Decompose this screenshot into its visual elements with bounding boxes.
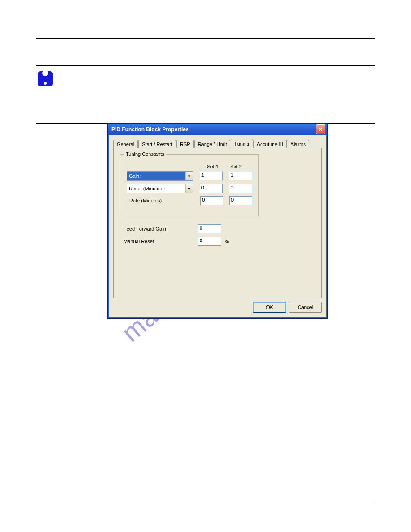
manual-reset-label: Manual Reset <box>120 239 198 244</box>
cancel-button[interactable]: Cancel <box>289 302 322 313</box>
column-headers: Set 1 Set 2 <box>201 164 252 169</box>
dropdown-text: Gain: <box>127 172 185 180</box>
reset-set2-input[interactable]: 0 <box>229 184 252 193</box>
dialog-title: PID Function Block Properties <box>111 126 189 133</box>
chevron-down-icon: ▼ <box>185 184 193 193</box>
divider <box>36 38 375 39</box>
close-button[interactable]: ✕ <box>316 124 325 134</box>
dropdown-text: Reset (Minutes): <box>127 184 185 193</box>
divider <box>36 65 375 66</box>
below-group: Feed Forward Gain 0 Manual Reset 0 % <box>120 224 315 246</box>
titlebar: PID Function Block Properties ✕ <box>108 124 327 135</box>
groupbox-title: Tuning Constants <box>124 151 166 157</box>
tab-accutune[interactable]: Accutune III <box>253 140 287 148</box>
tab-strip: General Start / Restart RSP Range / Limi… <box>113 139 322 148</box>
row-rate: Rate (Minutes) 0 0 <box>127 196 252 205</box>
tab-alarms[interactable]: Alarms <box>287 140 309 148</box>
tuning-constants-group: Tuning Constants Set 1 Set 2 Gain: ▼ 1 1… <box>120 154 259 216</box>
ok-button[interactable]: OK <box>253 302 286 313</box>
rate-set1-input[interactable]: 0 <box>200 196 223 205</box>
rate-set2-input[interactable]: 0 <box>229 196 252 205</box>
manual-reset-input[interactable]: 0 <box>198 237 221 246</box>
gain-set2-input[interactable]: 1 <box>229 172 252 180</box>
divider <box>36 505 375 505</box>
reset-set1-input[interactable]: 0 <box>200 184 223 193</box>
tab-start-restart[interactable]: Start / Restart <box>138 140 176 148</box>
row-manual-reset: Manual Reset 0 % <box>120 237 315 246</box>
row-reset: Reset (Minutes): ▼ 0 0 <box>127 184 252 193</box>
row-feedforward: Feed Forward Gain 0 <box>120 224 315 233</box>
tab-range-limit[interactable]: Range / Limit <box>194 140 231 148</box>
tab-tuning[interactable]: Tuning <box>231 139 253 149</box>
feedforward-label: Feed Forward Gain <box>120 226 198 232</box>
info-icon <box>38 71 53 86</box>
reset-dropdown[interactable]: Reset (Minutes): ▼ <box>127 184 193 193</box>
col-header-set1: Set 1 <box>201 164 224 169</box>
col-header-set2: Set 2 <box>224 164 248 169</box>
gain-set1-input[interactable]: 1 <box>200 172 223 180</box>
tab-general[interactable]: General <box>113 140 138 148</box>
manual-reset-unit: % <box>225 239 229 244</box>
tab-rsp[interactable]: RSP <box>176 140 194 148</box>
row-gain: Gain: ▼ 1 1 <box>127 171 252 181</box>
feedforward-input[interactable]: 0 <box>198 224 221 233</box>
rate-label: Rate (Minutes) <box>127 198 194 203</box>
pid-properties-dialog: PID Function Block Properties ✕ General … <box>107 123 328 318</box>
dialog-body: General Start / Restart RSP Range / Limi… <box>108 135 327 318</box>
button-bar: OK Cancel <box>113 298 322 313</box>
gain-dropdown[interactable]: Gain: ▼ <box>127 171 193 181</box>
close-icon: ✕ <box>318 126 323 133</box>
chevron-down-icon: ▼ <box>185 172 193 180</box>
tab-content: Tuning Constants Set 1 Set 2 Gain: ▼ 1 1… <box>113 148 322 298</box>
